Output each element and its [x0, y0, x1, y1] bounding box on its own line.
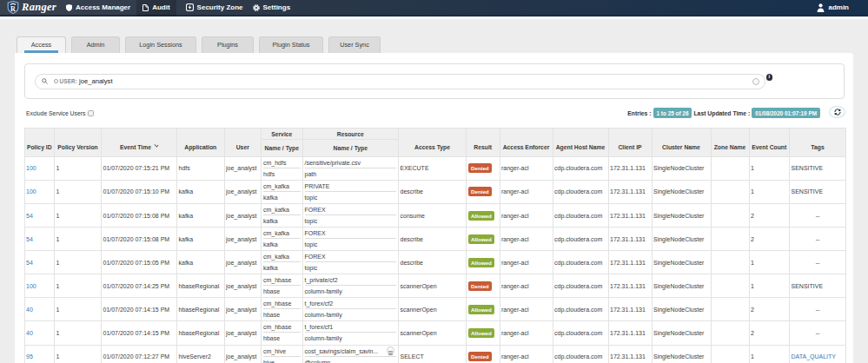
- svg-text:R: R: [10, 5, 16, 13]
